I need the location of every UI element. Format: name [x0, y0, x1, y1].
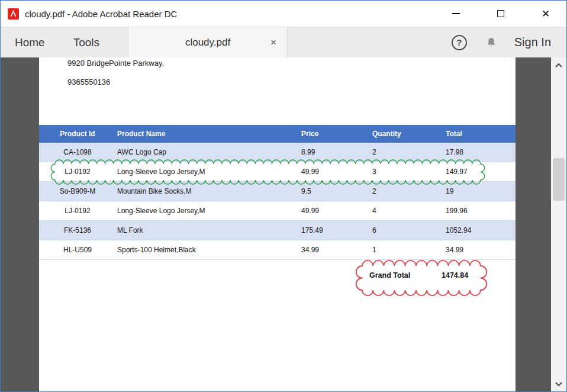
- cell-quantity: 4: [368, 207, 441, 215]
- close-button[interactable]: ✕: [537, 5, 555, 23]
- column-header-quantity: Quantity: [368, 130, 441, 138]
- phone-text: 9365550136: [67, 78, 110, 86]
- maximize-icon: [497, 10, 504, 17]
- column-header-price: Price: [297, 130, 368, 138]
- cell-product-id: CA-1098: [39, 148, 116, 156]
- pdf-viewer: 9920 BridgePointe Parkway, 9365550136 Pr…: [1, 57, 566, 391]
- cell-product-name: ML Fork: [116, 226, 297, 234]
- column-header-total: Total: [441, 130, 516, 138]
- product-table: Product Id Product Name Price Quantity T…: [39, 125, 516, 260]
- window-controls: ✕: [447, 5, 566, 23]
- cell-total: 1052.94: [441, 226, 516, 234]
- cell-quantity: 2: [368, 148, 441, 156]
- toolbar-spacer: [288, 27, 452, 57]
- table-row: LJ-0192 Long-Sleeve Logo Jersey,M 49.99 …: [39, 201, 516, 221]
- address-text: 9920 BridgePointe Parkway,: [67, 59, 164, 68]
- pdf-page: 9920 BridgePointe Parkway, 9365550136 Pr…: [39, 57, 516, 391]
- cell-total: 199.96: [441, 207, 516, 215]
- scrollbar-thumb[interactable]: [553, 158, 565, 201]
- column-header-product-name: Product Name: [116, 130, 297, 138]
- cell-product-name: Mountain Bike Socks,M: [116, 187, 297, 195]
- notifications-bell-icon[interactable]: [485, 36, 498, 49]
- cloud-annotation-row-highlight[interactable]: [50, 159, 486, 185]
- tools-button[interactable]: Tools: [59, 27, 114, 57]
- cell-price: 49.99: [297, 207, 368, 215]
- cell-total: 34.99: [441, 246, 516, 254]
- table-header-row: Product Id Product Name Price Quantity T…: [39, 125, 516, 143]
- document-tab[interactable]: cloudy.pdf ×: [128, 27, 288, 57]
- home-button[interactable]: Home: [1, 27, 59, 57]
- minimize-icon: [452, 13, 460, 14]
- cell-product-name: AWC Logo Cap: [116, 148, 297, 156]
- scroll-down-arrow[interactable]: [551, 377, 566, 390]
- cell-quantity: 2: [368, 187, 441, 195]
- document-tab-label: cloudy.pdf: [185, 37, 230, 49]
- window-title: cloudy.pdf - Adobe Acrobat Reader DC: [25, 9, 177, 19]
- cell-product-name: Long-Sleeve Logo Jersey,M: [116, 207, 297, 215]
- close-icon: ✕: [542, 9, 550, 19]
- maximize-button[interactable]: [492, 5, 510, 23]
- cell-quantity: 6: [368, 226, 441, 234]
- cloud-annotation-grand-total[interactable]: [356, 259, 487, 297]
- column-header-product-id: Product Id: [39, 130, 116, 138]
- cell-total: 17.98: [441, 148, 516, 156]
- cell-price: 9.5: [297, 187, 368, 195]
- vertical-scrollbar[interactable]: [551, 57, 566, 391]
- acrobat-app-icon: [8, 8, 19, 20]
- cell-price: 8.99: [297, 148, 368, 156]
- help-icon[interactable]: ?: [452, 35, 467, 50]
- cell-product-id: So-B909-M: [39, 187, 116, 195]
- cell-price: 34.99: [297, 246, 368, 254]
- toolbar: Home Tools cloudy.pdf × ? Sign In: [1, 27, 566, 57]
- sign-in-button[interactable]: Sign In: [514, 36, 566, 49]
- minimize-button[interactable]: [447, 5, 465, 23]
- table-row: HL-U509 Sports-100 Helmet,Black 34.99 1 …: [39, 240, 516, 260]
- cell-total: 19: [441, 187, 516, 195]
- title-bar: cloudy.pdf - Adobe Acrobat Reader DC ✕: [1, 1, 566, 27]
- scroll-up-arrow[interactable]: [551, 59, 566, 72]
- cell-quantity: 1: [368, 246, 441, 254]
- table-row: FK-5136 ML Fork 175.49 6 1052.94: [39, 221, 516, 240]
- cell-product-id: HL-U509: [39, 246, 116, 254]
- cell-product-id: LJ-0192: [39, 207, 116, 215]
- tab-close-icon[interactable]: ×: [270, 37, 276, 49]
- cell-product-name: Sports-100 Helmet,Black: [116, 246, 297, 254]
- acrobat-window: cloudy.pdf - Adobe Acrobat Reader DC ✕ H…: [0, 0, 567, 392]
- cell-product-id: FK-5136: [39, 226, 116, 234]
- cell-price: 175.49: [297, 226, 368, 234]
